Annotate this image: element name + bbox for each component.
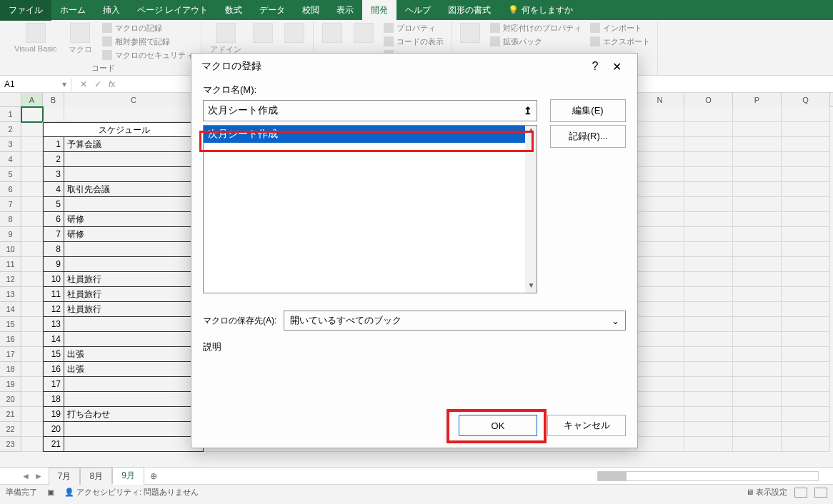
cell[interactable]: 16	[43, 362, 64, 377]
tell-me-search[interactable]: 💡 何をしますか	[499, 0, 582, 21]
cell[interactable]	[782, 347, 830, 362]
cell[interactable]	[636, 347, 684, 362]
cell[interactable]	[684, 362, 733, 377]
cell[interactable]	[21, 332, 43, 347]
tab-developer[interactable]: 開発	[362, 0, 396, 21]
cell[interactable]: 予算会議	[64, 137, 204, 152]
row-header[interactable]: 12	[0, 272, 21, 287]
cell[interactable]: 研修	[64, 227, 204, 242]
properties-button[interactable]: プロパティ	[381, 21, 447, 34]
col-header-p[interactable]: P	[733, 93, 782, 107]
cell[interactable]	[21, 182, 43, 197]
cell[interactable]	[684, 347, 733, 362]
row-header[interactable]: 20	[0, 392, 21, 407]
cell[interactable]	[21, 392, 43, 407]
tab-help[interactable]: ヘルプ	[396, 0, 439, 21]
cell[interactable]	[64, 257, 204, 272]
cell[interactable]	[21, 242, 43, 257]
cancel-formula-icon[interactable]: ✕	[80, 79, 87, 89]
cell[interactable]	[43, 122, 64, 137]
cell[interactable]	[64, 332, 204, 347]
cell[interactable]	[21, 437, 43, 452]
cell[interactable]	[733, 167, 782, 182]
cell[interactable]	[636, 392, 684, 407]
cell[interactable]	[21, 422, 43, 437]
cell[interactable]	[43, 107, 64, 122]
tab-data[interactable]: データ	[251, 0, 294, 21]
sheet-tab-7[interactable]: 7月	[49, 468, 81, 485]
cell[interactable]: 10	[43, 272, 64, 287]
cell[interactable]	[64, 197, 204, 212]
cell[interactable]	[21, 302, 43, 317]
cell[interactable]	[684, 422, 733, 437]
cell[interactable]	[636, 182, 684, 197]
col-header-o[interactable]: O	[684, 93, 733, 107]
view-code-button[interactable]: コードの表示	[381, 35, 447, 48]
cell[interactable]	[636, 332, 684, 347]
cell[interactable]	[782, 107, 830, 122]
design-mode-button[interactable]	[349, 21, 378, 44]
cell[interactable]	[636, 212, 684, 227]
cell[interactable]	[64, 152, 204, 167]
expansion-pack-button[interactable]: 拡張パック	[487, 35, 584, 48]
cell[interactable]	[733, 437, 782, 452]
cell[interactable]	[684, 272, 733, 287]
cell[interactable]: 21	[43, 437, 64, 452]
cell[interactable]	[64, 392, 204, 407]
cell[interactable]: 2	[43, 152, 64, 167]
cell[interactable]: 8	[43, 242, 64, 257]
row-header[interactable]: 16	[0, 332, 21, 347]
cell[interactable]	[782, 272, 830, 287]
cell[interactable]	[684, 407, 733, 422]
name-box[interactable]: A1 ▾	[0, 78, 71, 91]
cell[interactable]	[733, 347, 782, 362]
cell[interactable]: 3	[43, 167, 64, 182]
cell[interactable]	[733, 287, 782, 302]
cell[interactable]	[733, 407, 782, 422]
tab-formulas[interactable]: 数式	[216, 0, 251, 21]
row-header[interactable]: 8	[0, 212, 21, 227]
row-header[interactable]: 22	[0, 422, 21, 437]
cell[interactable]: 出張	[64, 362, 204, 377]
cell[interactable]	[21, 407, 43, 422]
cell[interactable]: 打ち合わせ	[64, 407, 204, 422]
macro-name-input[interactable]: 次月シート作成 ↥	[203, 100, 537, 121]
cell[interactable]: 社員旅行	[64, 272, 204, 287]
row-header[interactable]: 3	[0, 137, 21, 152]
cell[interactable]	[733, 392, 782, 407]
cell[interactable]	[636, 122, 684, 137]
cell[interactable]: 12	[43, 302, 64, 317]
macro-list-scrollbar[interactable]: ▲ ▼	[525, 126, 537, 293]
tab-shape-format[interactable]: 図形の書式	[439, 0, 499, 21]
cell[interactable]	[684, 122, 733, 137]
row-header[interactable]: 17	[0, 347, 21, 362]
cell[interactable]: 取引先会議	[64, 182, 204, 197]
cell[interactable]	[636, 272, 684, 287]
cell[interactable]: 15	[43, 347, 64, 362]
cell[interactable]	[636, 197, 684, 212]
cell[interactable]	[64, 377, 204, 392]
cell[interactable]: 18	[43, 392, 64, 407]
cell[interactable]	[733, 122, 782, 137]
cell[interactable]	[64, 317, 204, 332]
row-header[interactable]: 23	[0, 437, 21, 452]
tab-insert[interactable]: 挿入	[94, 0, 129, 21]
cell[interactable]	[782, 317, 830, 332]
scroll-thumb[interactable]	[598, 472, 627, 480]
col-header-n[interactable]: N	[636, 93, 684, 107]
macro-list-item[interactable]: 次月シート作成	[204, 126, 537, 143]
cell[interactable]	[782, 122, 830, 137]
macro-button[interactable]: マクロ	[64, 21, 96, 56]
cell[interactable]	[21, 257, 43, 272]
row-header[interactable]: 15	[0, 317, 21, 332]
cell[interactable]: 5	[43, 197, 64, 212]
cell[interactable]	[733, 107, 782, 122]
cell[interactable]	[636, 302, 684, 317]
cell[interactable]	[684, 317, 733, 332]
row-header[interactable]: 19	[0, 377, 21, 392]
map-properties-button[interactable]: 対応付けのプロパティ	[487, 21, 584, 34]
cell[interactable]	[64, 167, 204, 182]
cell[interactable]	[684, 152, 733, 167]
accessibility-status[interactable]: 👤 アクセシビリティ: 問題ありません	[64, 487, 199, 498]
cell[interactable]	[782, 332, 830, 347]
